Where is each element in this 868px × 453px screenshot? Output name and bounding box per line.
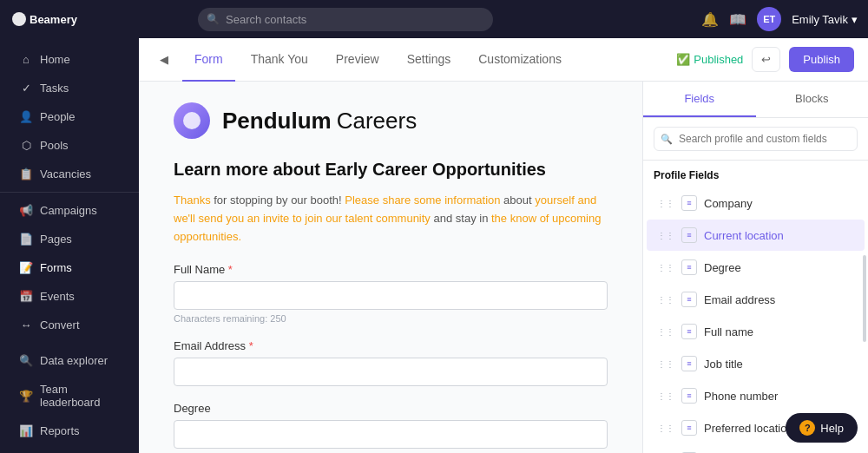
notifications-icon[interactable]: 🔔 <box>701 11 719 28</box>
field-type-icon: ≡ <box>681 259 697 275</box>
sidebar-item-reports[interactable]: 📊 Reports <box>5 417 134 444</box>
field-label: Job title <box>704 358 854 371</box>
sidebar-item-campaigns[interactable]: 📢 Campaigns <box>5 197 134 224</box>
vacancies-icon: 📋 <box>19 167 33 181</box>
panel-field-current-location[interactable]: ⋮⋮ ≡ Current location <box>647 220 865 251</box>
tab-customizations[interactable]: Customizations <box>466 38 574 82</box>
sidebar-item-convert[interactable]: ↔ Convert <box>5 312 134 338</box>
tab-settings[interactable]: Settings <box>395 38 464 82</box>
drag-handle-icon: ⋮⋮ <box>657 359 674 369</box>
pages-icon: 📄 <box>19 233 33 246</box>
field-type-icon: ≡ <box>681 195 697 211</box>
panel-search: 🔍 <box>643 118 868 161</box>
drag-handle-icon: ⋮⋮ <box>657 263 674 272</box>
field-label: Current location <box>704 229 854 242</box>
talent-community-link[interactable]: join our talent community <box>305 212 431 225</box>
form-field-degree: Degree Characters remaining: 250 <box>174 402 608 453</box>
svg-text:Beamery: Beamery <box>30 13 78 26</box>
field-label: Phone number <box>704 390 854 403</box>
tasks-icon: ✓ <box>19 82 33 95</box>
field-type-icon: ≡ <box>681 388 697 404</box>
sidebar-item-vacancies[interactable]: 📋 Vacancies <box>5 161 134 187</box>
scrollbar-thumb <box>863 255 866 342</box>
book-icon[interactable]: 📖 <box>729 11 746 28</box>
drag-handle-icon: ⋮⋮ <box>657 199 674 208</box>
convert-icon: ↔ <box>19 318 33 332</box>
form-field-full-name: Full Name * Characters remaining: 250 <box>174 263 608 324</box>
full-name-label: Full Name * <box>174 263 608 276</box>
form-header: Pendulum Careers <box>174 102 608 139</box>
degree-input[interactable] <box>174 420 608 449</box>
panel-field-job-title[interactable]: ⋮⋮ ≡ Job title <box>647 348 865 379</box>
search-bar: 🔍 <box>198 8 493 31</box>
panel-field-degree[interactable]: ⋮⋮ ≡ Degree <box>647 252 865 283</box>
field-type-icon: ≡ <box>681 324 697 339</box>
svg-point-0 <box>12 12 26 26</box>
back-button[interactable]: ◀ <box>153 49 175 69</box>
logo: Beamery <box>10 10 89 28</box>
panel-search-input[interactable] <box>654 127 858 151</box>
degree-label: Degree <box>174 402 608 415</box>
help-button[interactable]: ? Help <box>786 413 858 443</box>
pools-icon: ⬡ <box>19 139 33 152</box>
form-description: Thanks for stopping by our booth! Please… <box>174 192 608 246</box>
tab-form[interactable]: Form <box>182 38 235 82</box>
panel-tabs: Fields Blocks <box>643 82 868 118</box>
form-field-email: Email Address * <box>174 339 608 386</box>
tab-right: ✅ Published ↩ Publish <box>676 47 854 72</box>
required-indicator: * <box>225 263 233 276</box>
sidebar-item-data-explorer[interactable]: 🔍 Data explorer <box>5 347 134 374</box>
search-input[interactable] <box>198 8 493 31</box>
email-input[interactable] <box>174 358 608 386</box>
form-title-bold: Pendulum <box>222 108 332 135</box>
sidebar-item-team-leaderboard[interactable]: 🏆 Team leaderboard <box>5 376 134 416</box>
form-title-light: Careers <box>337 108 417 135</box>
undo-button[interactable]: ↩ <box>752 47 780 72</box>
publish-button[interactable]: Publish <box>789 47 854 72</box>
content-area: ◀ Form Thank You Preview Settings Custom… <box>139 38 868 453</box>
panel-field-phone-number[interactable]: ⋮⋮ ≡ Phone number <box>647 380 865 411</box>
field-label: Full name <box>704 325 854 338</box>
field-label: Email address <box>704 293 854 306</box>
field-type-icon: ≡ <box>681 227 697 243</box>
sidebar-item-tasks[interactable]: ✓ Tasks <box>5 75 134 102</box>
drag-handle-icon: ⋮⋮ <box>657 231 674 240</box>
published-badge: ✅ Published <box>676 53 743 66</box>
field-type-icon: ≡ <box>681 420 697 436</box>
form-logo-inner <box>183 112 201 129</box>
field-label: Company <box>704 197 854 210</box>
panel-tab-blocks[interactable]: Blocks <box>756 82 869 117</box>
field-type-icon: ≡ <box>681 356 697 371</box>
people-icon: 👤 <box>19 110 33 123</box>
search-icon: 🔍 <box>207 13 220 25</box>
user-name[interactable]: Emily Tavik ▾ <box>792 13 858 26</box>
form-title: Pendulum Careers <box>222 108 417 135</box>
sidebar-item-automation[interactable]: ⚡ Automation <box>5 446 134 453</box>
published-label: Published <box>694 53 743 66</box>
topbar-right: 🔔 📖 ET Emily Tavik ▾ <box>701 7 858 31</box>
panel-tab-fields[interactable]: Fields <box>643 82 756 117</box>
panel-field-resume[interactable]: ⋮⋮ 📎 Résumé <box>647 444 865 453</box>
beamery-logo: Beamery <box>10 10 89 28</box>
full-name-input[interactable] <box>174 281 608 310</box>
email-label: Email Address * <box>174 339 608 352</box>
panel-field-full-name[interactable]: ⋮⋮ ≡ Full name <box>647 316 865 347</box>
panel-field-email-address[interactable]: ⋮⋮ ≡ Email address <box>647 284 865 315</box>
forms-icon: 📝 <box>19 261 33 274</box>
form-area: Pendulum Careers Learn more about Early … <box>139 82 642 453</box>
drag-handle-icon: ⋮⋮ <box>657 327 674 337</box>
sidebar-item-pools[interactable]: ⬡ Pools <box>5 132 134 159</box>
leaderboard-icon: 🏆 <box>19 390 33 403</box>
form-panel-layout: Pendulum Careers Learn more about Early … <box>139 82 868 453</box>
drag-handle-icon: ⋮⋮ <box>657 423 674 433</box>
full-name-hint: Characters remaining: 250 <box>174 313 608 324</box>
tab-thank-you[interactable]: Thank You <box>239 38 320 82</box>
panel-search-icon: 🔍 <box>661 134 673 145</box>
sidebar-item-pages[interactable]: 📄 Pages <box>5 226 134 253</box>
tab-preview[interactable]: Preview <box>324 38 391 82</box>
sidebar-item-people[interactable]: 👤 People <box>5 103 134 130</box>
sidebar-item-forms[interactable]: 📝 Forms <box>5 254 134 281</box>
sidebar-item-home[interactable]: ⌂ Home <box>5 46 134 73</box>
panel-field-company[interactable]: ⋮⋮ ≡ Company <box>647 187 865 219</box>
sidebar-item-events[interactable]: 📅 Events <box>5 283 134 310</box>
